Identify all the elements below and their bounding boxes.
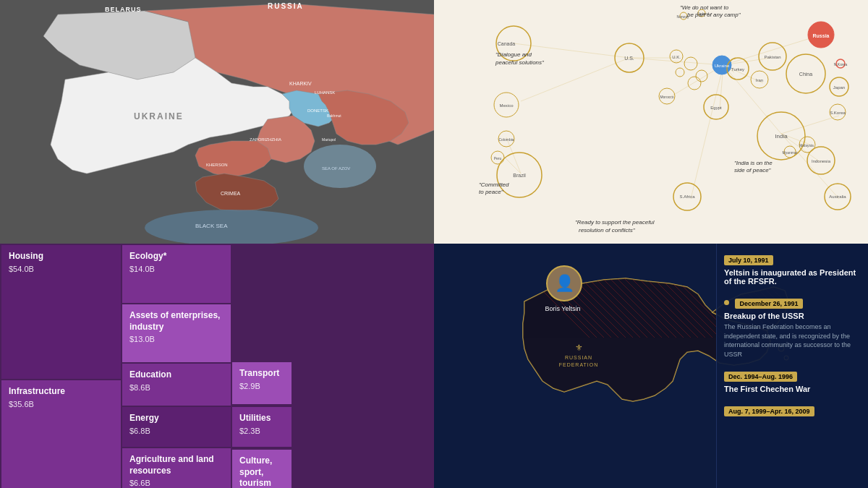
main-grid: BELARUS RUSSIA UKRAINE KHARKIV LUHANSK D… — [0, 0, 868, 488]
cell-education: Education $8.6B — [122, 364, 231, 406]
timeline-item-1: December 26, 1991 Breakup of the USSR Th… — [724, 296, 861, 359]
label-ukraine: Ukraine — [715, 64, 730, 68]
svg-text:Mexico: Mexico — [499, 103, 514, 108]
treemap-container: Housing $54.0B Infrastructure $35.6B Eco… — [0, 244, 434, 488]
belarus-label: BELARUS — [105, 6, 142, 13]
rf-emblem: ⚜ — [575, 343, 583, 353]
timeline-item-2: Dec. 1994–Aug. 1996 The First Chechen Wa… — [724, 369, 861, 393]
ukraine-label: UKRAINE — [134, 111, 184, 121]
quote-dialogue2: peaceful solutions" — [495, 59, 545, 66]
svg-text:Malaysia: Malaysia — [799, 143, 814, 147]
svg-text:side of peace": side of peace" — [734, 167, 772, 174]
black-sea-label: BLACK SEA — [195, 223, 228, 229]
donetsk-label: DONETSK — [307, 108, 328, 113]
svg-text:Turkey: Turkey — [731, 67, 744, 72]
svg-text:resolution of conflicts": resolution of conflicts" — [579, 227, 636, 234]
zaporizhzhia-label: ZAPORIZHZHIA — [250, 137, 281, 142]
label-canada: Canada — [498, 41, 516, 46]
bubble-chart-panel: Canada U.S. U.K. Russia Ukraine N.Korea … — [434, 0, 868, 244]
timeline-panel: July 10, 1991 Yeltsin is inaugurated as … — [716, 244, 868, 488]
svg-text:Morocco: Morocco — [660, 95, 673, 99]
svg-text:N.Korea: N.Korea — [834, 62, 848, 67]
svg-text:Japan: Japan — [833, 85, 845, 90]
label-russia: Russia — [813, 33, 830, 38]
svg-text:S.Africa: S.Africa — [679, 194, 695, 199]
cell-energy: Energy $6.8B — [122, 407, 231, 447]
svg-text:be part of any camp": be part of any camp" — [687, 12, 741, 18]
crimea-label: CRIMEA — [221, 191, 241, 196]
timeline-item-0: July 10, 1991 Yeltsin is inaugurated as … — [724, 252, 861, 286]
rf-label-line2: FEDERATION — [559, 362, 599, 367]
cell-assets: Assets of enterprises, industry $13.0B — [122, 304, 231, 362]
svg-text:Egypt: Egypt — [710, 106, 722, 110]
svg-text:U.K.: U.K. — [672, 55, 681, 59]
svg-text:Colombia: Colombia — [498, 137, 514, 142]
svg-text:Myanmar: Myanmar — [783, 150, 798, 155]
portrait-yeltsin: 👤 — [546, 265, 582, 301]
svg-text:S.Korea: S.Korea — [830, 111, 846, 115]
rf-label-line1: RUSSIAN — [565, 355, 592, 360]
label-us: U.S. — [624, 56, 634, 61]
quote-committed: "Committed — [479, 181, 509, 188]
ukraine-map-panel: BELARUS RUSSIA UKRAINE KHARKIV LUHANSK D… — [0, 0, 434, 244]
bubble-chart-svg: Canada U.S. U.K. Russia Ukraine N.Korea … — [434, 0, 868, 244]
cell-agriculture: Agriculture and land resources $6.6B — [122, 448, 231, 488]
cell-utilities: Utilities $2.3B — [232, 407, 292, 447]
svg-text:Brazil: Brazil — [513, 173, 526, 178]
mariupol-label: Mariupol — [322, 137, 336, 142]
svg-text:Pakistan: Pakistan — [764, 55, 780, 59]
svg-text:Indonesia: Indonesia — [812, 159, 831, 163]
quote-no-camp: "We do not want to — [680, 4, 729, 11]
svg-text:Australia: Australia — [829, 194, 846, 199]
cell-transport: Transport $2.9B — [232, 362, 292, 404]
svg-text:China: China — [799, 72, 812, 77]
cell-housing: Housing $54.0B — [1, 245, 121, 379]
cell-culture: Culture, sport, tourism $2.2B — [232, 450, 292, 488]
quote-india: "India is on the — [734, 160, 773, 166]
svg-rect-11 — [434, 0, 868, 244]
russia-label: RUSSIA — [268, 2, 304, 10]
luhansk-label: LUHANSK — [315, 90, 335, 95]
portrait-label: Boris Yeltsin — [537, 305, 588, 312]
bakhmut-label: Bakhmut — [327, 114, 341, 118]
kharkiv-label: KHARKIV — [289, 81, 312, 86]
svg-text:Iran: Iran — [756, 78, 763, 82]
timeline-item-3: Aug. 7, 1999–Apr. 16, 2009 — [724, 403, 861, 419]
quote-ready: "Ready to support the peaceful — [575, 219, 655, 226]
treemap-panel: Housing $54.0B Infrastructure $35.6B Eco… — [0, 244, 434, 488]
treemap-col-1: Ecology* $14.0B Assets of enterprises, i… — [122, 245, 231, 487]
svg-text:India: India — [775, 133, 788, 140]
treemap-col-2: Transport $2.9B Utilities $2.3B Culture,… — [232, 245, 292, 487]
sea-of-azov-label: SEA OF AZOV — [322, 166, 350, 171]
ukraine-map-svg: BELARUS RUSSIA UKRAINE KHARKIV LUHANSK D… — [0, 0, 434, 244]
svg-text:Peru: Peru — [494, 156, 502, 160]
russia-timeline-panel: ⚜ RUSSIAN FEDERATION 👤 Boris Yeltsin Jul… — [434, 244, 868, 488]
quote-dialogue: "Dialogue and — [495, 51, 532, 58]
svg-text:to peace": to peace" — [479, 189, 504, 195]
cell-ecology: Ecology* $14.0B — [122, 245, 231, 303]
treemap-col-0: Housing $54.0B Infrastructure $35.6B — [1, 245, 121, 487]
cell-infrastructure: Infrastructure $35.6B — [1, 380, 121, 488]
kherson-label: KHERSON — [206, 163, 228, 167]
timeline-dot-1 — [724, 300, 729, 305]
